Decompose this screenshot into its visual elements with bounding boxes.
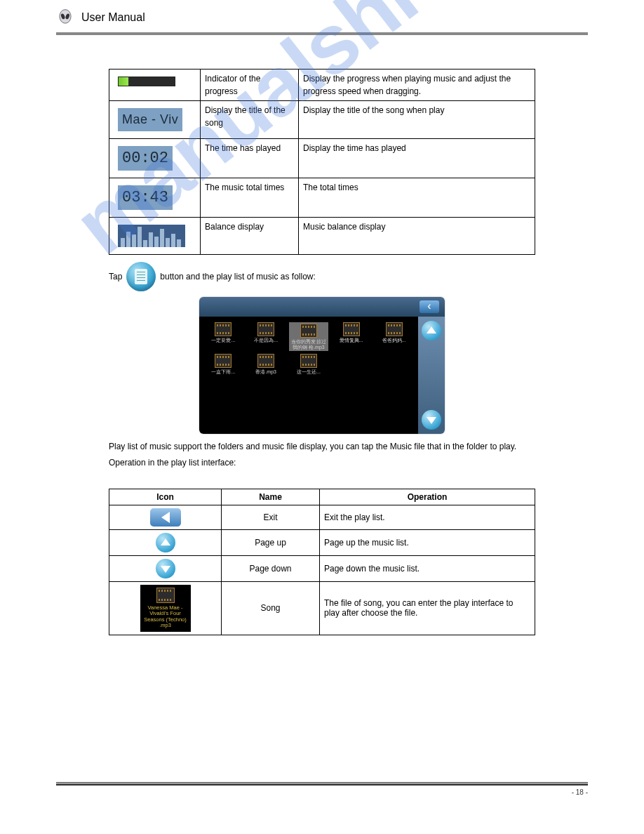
table-row: Vanessa Mae - Vivaldi's Four Seasons (Te… xyxy=(109,581,535,635)
row-desc: Display the progress when playing music … xyxy=(299,70,535,101)
footer-divider xyxy=(56,782,588,783)
chevron-left-icon xyxy=(161,512,170,523)
row-desc: Music balance display xyxy=(299,218,535,255)
playlist-description: Play list of music support the folders a… xyxy=(109,441,535,469)
exit-button-icon[interactable] xyxy=(150,508,181,527)
film-icon xyxy=(343,322,360,336)
table-row: Indicator of the progress Display the pr… xyxy=(109,70,535,101)
back-icon[interactable]: ‹ xyxy=(420,300,439,313)
film-icon xyxy=(300,354,317,368)
player-controls-table: Indicator of the progress Display the pr… xyxy=(109,69,535,255)
playlist-prefix: Tap xyxy=(109,272,122,282)
playlist-desc-line: Operation in the play list interface: xyxy=(109,457,535,469)
film-icon xyxy=(386,322,403,336)
list-item[interactable]: 这一生还... xyxy=(289,354,329,375)
column-header: Operation xyxy=(320,489,535,505)
playlist-suffix: button and the play list of music as fol… xyxy=(160,272,315,282)
page-footer: - 18 - xyxy=(56,782,588,797)
row-desc: Display the title of the song when play xyxy=(299,101,535,139)
list-item[interactable]: 不是因為... xyxy=(246,322,286,351)
screenshot-titlebar: ‹ xyxy=(199,297,445,317)
row-name: Page up xyxy=(222,529,320,555)
header-title: User Manual xyxy=(81,11,145,24)
film-icon xyxy=(215,322,232,336)
column-header: Icon xyxy=(109,489,222,505)
table-row: Page up Page up the music list. xyxy=(109,529,535,555)
row-name: Exit xyxy=(222,505,320,529)
list-item[interactable]: 一直下雨... xyxy=(203,354,243,375)
column-header: Name xyxy=(222,489,320,505)
elapsed-time-icon: 00:02 xyxy=(118,146,173,171)
footer-divider xyxy=(56,783,588,786)
list-item[interactable]: 愛情复興... xyxy=(331,322,371,351)
table-row: Exit Exit the play list. xyxy=(109,505,535,529)
playlist-button-icon[interactable] xyxy=(126,262,156,291)
arrow-down-icon xyxy=(161,566,170,573)
row-operation: Page down the music list. xyxy=(320,555,535,581)
progress-indicator-icon xyxy=(118,77,175,86)
film-icon xyxy=(215,354,232,368)
table-row: Balance display Music balance display xyxy=(109,218,535,255)
arrow-up-icon xyxy=(161,538,170,545)
arrow-down-icon xyxy=(427,417,436,424)
playlist-screenshot: ‹ 一定要愛... 不是因為... 当你的秀发 掠过我的钢 枪.mp3 愛情复興… xyxy=(199,297,445,434)
playlist-instruction: Tap button and the play list of music as… xyxy=(109,262,535,291)
list-item-selected[interactable]: 当你的秀发 掠过我的钢 枪.mp3 xyxy=(289,322,329,351)
alien-logo-icon xyxy=(56,8,74,27)
page-down-button[interactable] xyxy=(422,410,441,430)
table-row: 03:43 The music total times The total ti… xyxy=(109,178,535,218)
page-up-button-icon[interactable] xyxy=(156,533,175,552)
list-item[interactable]: 爸爸妈妈... xyxy=(374,322,414,351)
row-operation: Exit the play list. xyxy=(320,505,535,529)
row-name: The music total times xyxy=(201,178,299,218)
row-name: Balance display xyxy=(201,218,299,255)
document-icon xyxy=(135,269,147,284)
film-icon xyxy=(257,322,274,336)
row-desc: Display the time has played xyxy=(299,139,535,178)
header-divider xyxy=(56,32,588,35)
page-header: User Manual xyxy=(0,0,644,27)
row-name: Display the title of the song xyxy=(201,101,299,139)
playlist-operations-table: Icon Name Operation Exit Exit the play l… xyxy=(109,489,535,636)
list-item[interactable]: 香港.mp3 xyxy=(246,354,286,375)
row-name: Song xyxy=(222,581,320,635)
arrow-up-icon xyxy=(427,326,436,333)
film-icon xyxy=(156,588,175,603)
row-name: Indicator of the progress xyxy=(201,70,299,101)
table-header-row: Icon Name Operation xyxy=(109,489,535,505)
table-row: 00:02 The time has played Display the ti… xyxy=(109,139,535,178)
page-number: - 18 - xyxy=(56,788,588,796)
row-name: The time has played xyxy=(201,139,299,178)
table-row: Mae - Viv Display the title of the song … xyxy=(109,101,535,139)
playlist-desc-line: Play list of music support the folders a… xyxy=(109,441,535,453)
row-name: Page down xyxy=(222,555,320,581)
list-item[interactable]: 一定要愛... xyxy=(203,322,243,351)
table-row: Page down Page down the music list. xyxy=(109,555,535,581)
screenshot-scrollbar xyxy=(418,317,445,434)
song-title-chip-icon: Mae - Viv xyxy=(118,108,182,131)
page-down-button-icon[interactable] xyxy=(156,559,175,578)
song-file-label: Vanessa Mae - Vivaldi's Four Seasons (Te… xyxy=(142,605,189,630)
film-icon xyxy=(300,324,317,338)
row-desc: The total times xyxy=(299,178,535,218)
row-operation: Page up the music list. xyxy=(320,529,535,555)
row-operation: The file of song, you can enter the play… xyxy=(320,581,535,635)
equalizer-icon xyxy=(118,225,185,247)
total-time-icon: 03:43 xyxy=(118,185,173,210)
page-up-button[interactable] xyxy=(422,321,441,340)
film-icon xyxy=(257,354,274,368)
song-file-icon[interactable]: Vanessa Mae - Vivaldi's Four Seasons (Te… xyxy=(140,585,191,633)
